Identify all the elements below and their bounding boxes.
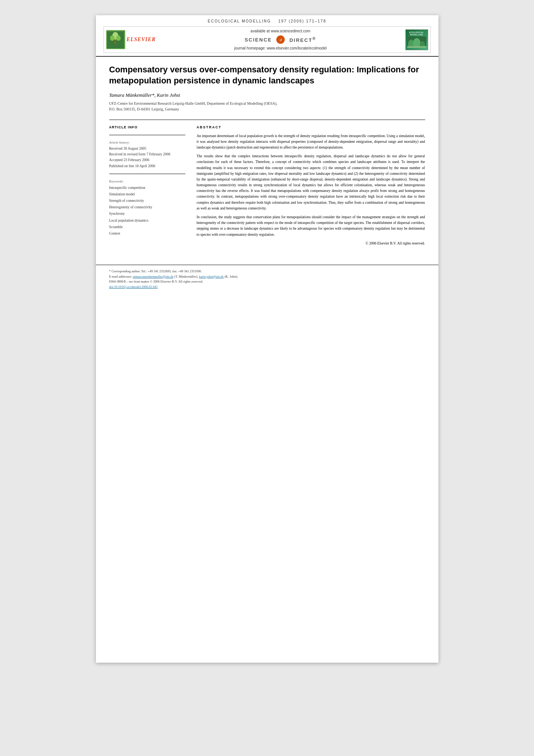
history-dates: Article history: Received 30 August 2005… — [109, 140, 185, 169]
svg-point-4 — [116, 35, 121, 41]
footnote-front-matter: 0304-3800/$ – see front matter © 2006 El… — [109, 279, 425, 284]
header-logos: ELSEVIER available at www.sciencedirect.… — [104, 26, 431, 53]
abstract-paragraph: © 2006 Elsevier B.V. All rights reserved… — [197, 241, 425, 246]
keyword-item: Contest — [109, 230, 185, 237]
available-text: available at www.sciencedirect.com — [163, 29, 398, 33]
received2: Received in revised form 7 February 2006 — [109, 152, 185, 157]
info-divider — [109, 135, 185, 135]
paper-title: Compensatory versus over-compensatory de… — [109, 64, 425, 86]
keyword-item: Intraspecific competition — [109, 185, 185, 191]
direct-circle-icon: d — [276, 35, 285, 44]
published: Published on line 18 April 2006 — [109, 163, 185, 169]
two-column-layout: ARTICLE INFO Article history: Received 3… — [109, 125, 425, 249]
article-info-heading: ARTICLE INFO — [109, 125, 185, 130]
section-divider — [109, 120, 425, 120]
accepted: Accepted 23 February 2006 — [109, 157, 185, 163]
keywords-divider — [109, 174, 185, 174]
footnote-emails: E-mail addresses: tamara.muenkemueller@u… — [109, 274, 425, 280]
elsevier-tree-icon — [106, 30, 125, 49]
footnote-doi: doi:10.1016/j.ecolmodel.2006.02.041 — [109, 284, 425, 290]
abstract-heading: ABSTRACT — [197, 125, 425, 130]
keyword-item: Simulation model — [109, 191, 185, 198]
received1: Received 30 August 2005 — [109, 146, 185, 152]
journal-header: ECOLOGICAL MODELLING 197 (2006) 171–178 — [96, 15, 438, 57]
keywords-list: Intraspecific competitionSimulation mode… — [109, 185, 185, 237]
journal-title: ECOLOGICAL MODELLING 197 (2006) 171–178 — [104, 19, 431, 23]
journal-cover-image: ECOLOGICALMODELLING — [405, 29, 428, 50]
direct-text: DIRECT® — [289, 36, 316, 43]
journal-homepage: journal homepage: www.elsevier.com/locat… — [163, 46, 398, 50]
svg-point-3 — [110, 35, 115, 41]
page: ECOLOGICAL MODELLING 197 (2006) 171–178 — [96, 15, 438, 663]
sciencedirect-logo: SCIENCE d DIRECT® — [163, 35, 398, 44]
keyword-item: Synchrony — [109, 211, 185, 217]
keywords-label: Keywords: — [109, 179, 185, 184]
header-center: available at www.sciencedirect.com SCIEN… — [156, 29, 405, 50]
authors: Tamara Münkemüller*, Karin Johst — [109, 92, 425, 98]
abstract-body: An important determinant of local popula… — [197, 133, 425, 246]
abstract: ABSTRACT An important determinant of loc… — [197, 125, 425, 249]
history-label: Article history: — [109, 140, 185, 145]
svg-rect-2 — [115, 40, 116, 44]
abstract-paragraph: An important determinant of local popula… — [197, 133, 425, 151]
abstract-paragraph: The results show that the complex intera… — [197, 153, 425, 211]
elsevier-logo: ELSEVIER — [106, 30, 156, 49]
abstract-paragraph: In conclusion, the study suggests that c… — [197, 214, 425, 238]
elsevier-wordmark: ELSEVIER — [127, 37, 156, 43]
footnote-corresponding: * Corresponding author. Tel.: +49 341 23… — [109, 269, 425, 274]
affiliation: UFZ-Centre for Environmental Research Le… — [109, 101, 425, 112]
paper-content: Compensatory versus over-compensatory de… — [96, 57, 438, 257]
svg-rect-9 — [407, 46, 426, 48]
keywords-section: Keywords: Intraspecific competitionSimul… — [109, 179, 185, 237]
science-text: SCIENCE — [245, 37, 272, 43]
keyword-item: Heterogeneity of connectivity — [109, 204, 185, 211]
article-info: ARTICLE INFO Article history: Received 3… — [109, 125, 185, 249]
keyword-item: Local population dynamics — [109, 217, 185, 224]
keyword-item: Scramble — [109, 224, 185, 230]
footer-notes: * Corresponding author. Tel.: +49 341 23… — [96, 265, 438, 293]
keyword-item: Strength of connectivity — [109, 198, 185, 204]
